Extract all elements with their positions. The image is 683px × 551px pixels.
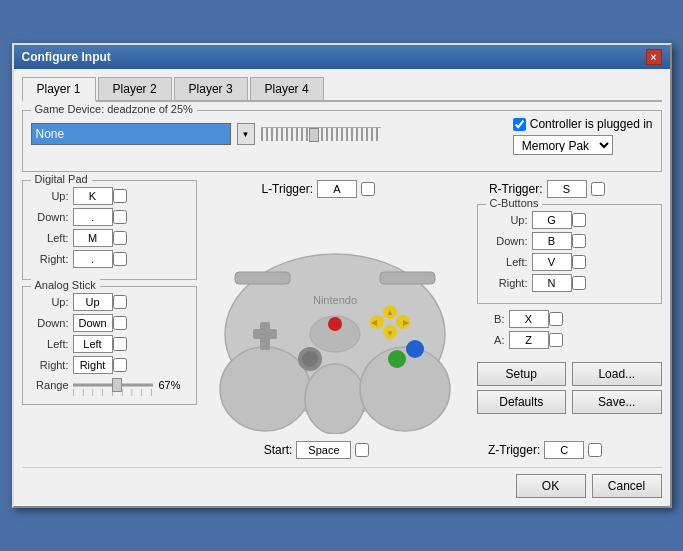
c-buttons-label: C-Buttons bbox=[486, 197, 543, 209]
dpad-up-checkbox[interactable] bbox=[113, 189, 127, 203]
ztrigger-label: Z-Trigger: bbox=[488, 443, 540, 457]
dpad-left-input[interactable] bbox=[73, 229, 113, 247]
digital-pad-label: Digital Pad bbox=[31, 173, 92, 185]
c-left-input[interactable] bbox=[532, 253, 572, 271]
setup-button[interactable]: Setup bbox=[477, 362, 567, 386]
l-trigger-checkbox[interactable] bbox=[361, 182, 375, 196]
a-button-checkbox[interactable] bbox=[549, 333, 563, 347]
load-button[interactable]: Load... bbox=[572, 362, 662, 386]
analog-up-row: Up: bbox=[31, 293, 188, 311]
analog-right-label: Right: bbox=[31, 359, 69, 371]
l-trigger-input[interactable] bbox=[317, 180, 357, 198]
analog-down-label: Down: bbox=[31, 317, 69, 329]
cancel-button[interactable]: Cancel bbox=[592, 474, 662, 498]
analog-left-checkbox[interactable] bbox=[113, 337, 127, 351]
game-device-row: ▼ bbox=[31, 123, 505, 145]
svg-rect-21 bbox=[235, 272, 290, 284]
ztrigger-checkbox[interactable] bbox=[588, 443, 602, 457]
dialog-title: Configure Input bbox=[22, 50, 111, 64]
trigger-row: L-Trigger: R-Trigger: bbox=[205, 180, 662, 198]
tab-player1[interactable]: Player 1 bbox=[22, 77, 96, 102]
defaults-button[interactable]: Defaults bbox=[477, 390, 567, 414]
range-percent: 67% bbox=[159, 379, 181, 391]
ok-button[interactable]: OK bbox=[516, 474, 586, 498]
svg-point-16 bbox=[406, 340, 424, 358]
svg-point-18 bbox=[328, 317, 342, 331]
svg-rect-7 bbox=[253, 329, 277, 339]
digital-pad-section: Digital Pad Up: Down: Left: bbox=[22, 180, 197, 280]
analog-down-input[interactable] bbox=[73, 314, 113, 332]
a-button-label: A: bbox=[477, 334, 505, 346]
deadzone-thumb bbox=[309, 128, 319, 142]
c-up-row: Up: bbox=[486, 211, 653, 229]
dpad-down-row: Down: bbox=[31, 208, 188, 226]
c-down-row: Down: bbox=[486, 232, 653, 250]
b-button-input[interactable] bbox=[509, 310, 549, 328]
b-button-checkbox[interactable] bbox=[549, 312, 563, 326]
svg-text:Nintendo: Nintendo bbox=[312, 294, 356, 306]
analog-right-input[interactable] bbox=[73, 356, 113, 374]
game-device-group: ▼ bbox=[31, 117, 505, 145]
c-up-checkbox[interactable] bbox=[572, 213, 586, 227]
controller-plugged-row: Controller is plugged in bbox=[513, 117, 653, 131]
dpad-up-row: Up: bbox=[31, 187, 188, 205]
tab-player3[interactable]: Player 3 bbox=[174, 77, 248, 100]
dpad-right-label: Right: bbox=[31, 253, 69, 265]
a-button-input[interactable] bbox=[509, 331, 549, 349]
c-down-checkbox[interactable] bbox=[572, 234, 586, 248]
dpad-down-input[interactable] bbox=[73, 208, 113, 226]
c-left-checkbox[interactable] bbox=[572, 255, 586, 269]
c-up-input[interactable] bbox=[532, 211, 572, 229]
memory-pak-row: Memory Pak bbox=[513, 135, 613, 155]
memory-pak-select[interactable]: Memory Pak bbox=[513, 135, 613, 155]
ztrigger-item: Z-Trigger: bbox=[488, 441, 602, 459]
range-row: Range ||||||||| 67% bbox=[31, 377, 188, 393]
r-trigger-item: R-Trigger: bbox=[489, 180, 605, 198]
r-trigger-input[interactable] bbox=[547, 180, 587, 198]
svg-point-20 bbox=[302, 351, 318, 367]
tab-player4[interactable]: Player 4 bbox=[250, 77, 324, 100]
analog-stick-label: Analog Stick bbox=[31, 279, 100, 291]
range-slider[interactable]: ||||||||| bbox=[73, 377, 153, 393]
start-input[interactable] bbox=[296, 441, 351, 459]
device-dropdown-input[interactable] bbox=[31, 123, 231, 145]
c-down-input[interactable] bbox=[532, 232, 572, 250]
save-button[interactable]: Save... bbox=[572, 390, 662, 414]
dpad-up-input[interactable] bbox=[73, 187, 113, 205]
r-trigger-checkbox[interactable] bbox=[591, 182, 605, 196]
dpad-right-checkbox[interactable] bbox=[113, 252, 127, 266]
close-button[interactable]: × bbox=[646, 49, 662, 65]
dpad-down-checkbox[interactable] bbox=[113, 210, 127, 224]
analog-left-input[interactable] bbox=[73, 335, 113, 353]
controller-plugged-area: Controller is plugged in Memory Pak bbox=[513, 117, 653, 155]
dpad-left-label: Left: bbox=[31, 232, 69, 244]
dialog-body: Player 1 Player 2 Player 3 Player 4 Game… bbox=[14, 69, 670, 506]
svg-rect-22 bbox=[380, 272, 435, 284]
dpad-left-checkbox[interactable] bbox=[113, 231, 127, 245]
controller-plugged-checkbox[interactable] bbox=[513, 118, 526, 131]
device-dropdown-btn[interactable]: ▼ bbox=[237, 123, 255, 145]
ztrigger-input[interactable] bbox=[544, 441, 584, 459]
deadzone-slider[interactable] bbox=[261, 127, 381, 141]
tab-player2[interactable]: Player 2 bbox=[98, 77, 172, 100]
center-right-panel: L-Trigger: R-Trigger: bbox=[205, 180, 662, 459]
l-trigger-item: L-Trigger: bbox=[261, 180, 375, 198]
c-down-label: Down: bbox=[486, 235, 528, 247]
svg-text:▼: ▼ bbox=[386, 329, 394, 338]
start-item: Start: bbox=[264, 441, 370, 459]
c-right-input[interactable] bbox=[532, 274, 572, 292]
c-buttons-section: C-Buttons Up: Down: bbox=[477, 204, 662, 304]
svg-text:▲: ▲ bbox=[386, 308, 394, 317]
analog-up-input[interactable] bbox=[73, 293, 113, 311]
analog-right-checkbox[interactable] bbox=[113, 358, 127, 372]
start-checkbox[interactable] bbox=[355, 443, 369, 457]
dpad-right-input[interactable] bbox=[73, 250, 113, 268]
c-left-label: Left: bbox=[486, 256, 528, 268]
svg-point-17 bbox=[388, 350, 406, 368]
analog-up-checkbox[interactable] bbox=[113, 295, 127, 309]
c-left-row: Left: bbox=[486, 253, 653, 271]
analog-down-checkbox[interactable] bbox=[113, 316, 127, 330]
top-section: ▼ Controller is plugged in Memory Pak bbox=[31, 117, 653, 155]
analog-down-row: Down: bbox=[31, 314, 188, 332]
c-right-checkbox[interactable] bbox=[572, 276, 586, 290]
